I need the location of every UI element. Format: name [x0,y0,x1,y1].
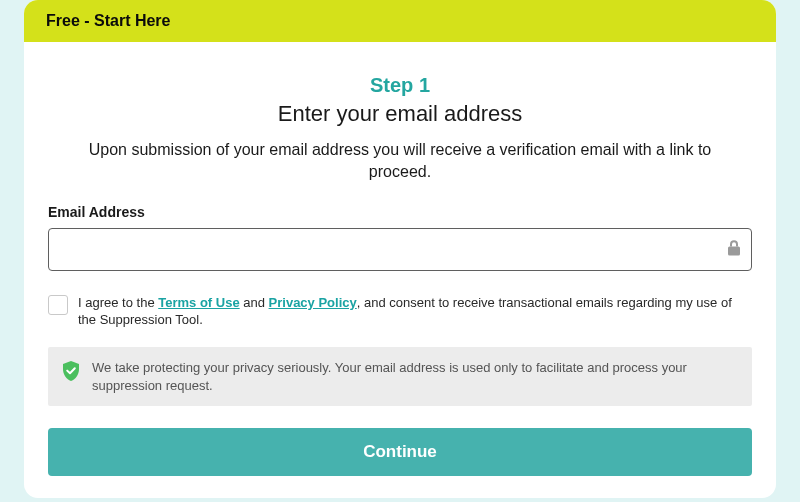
shield-check-icon [62,361,80,386]
privacy-notice-text: We take protecting your privacy seriousl… [92,359,738,394]
terms-link[interactable]: Terms of Use [158,295,239,310]
continue-button[interactable]: Continue [48,428,752,476]
consent-and: and [240,295,269,310]
privacy-link[interactable]: Privacy Policy [269,295,357,310]
card-header-title: Free - Start Here [46,12,171,29]
consent-prefix: I agree to the [78,295,158,310]
email-label: Email Address [48,204,752,220]
step-subtitle: Enter your email address [48,101,752,127]
signup-card: Free - Start Here Step 1 Enter your emai… [24,0,776,498]
email-input-wrap [48,228,752,271]
consent-text: I agree to the Terms of Use and Privacy … [78,295,752,329]
card-body: Step 1 Enter your email address Upon sub… [24,42,776,498]
privacy-notice-box: We take protecting your privacy seriousl… [48,347,752,406]
step-description: Upon submission of your email address yo… [70,139,730,182]
consent-checkbox[interactable] [48,295,68,315]
consent-row: I agree to the Terms of Use and Privacy … [48,295,752,329]
card-header: Free - Start Here [24,0,776,42]
step-label: Step 1 [48,74,752,97]
email-input[interactable] [48,228,752,271]
